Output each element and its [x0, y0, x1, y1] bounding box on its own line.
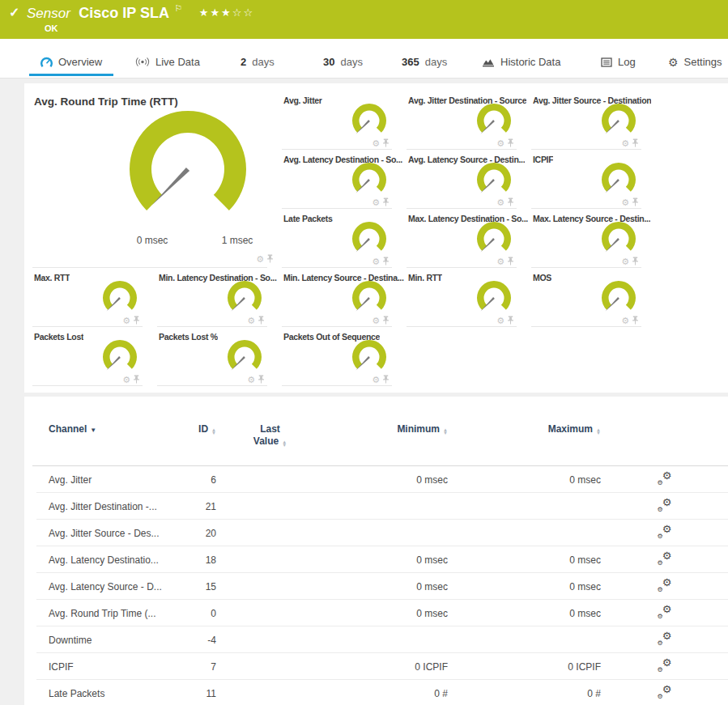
live-signal-icon	[135, 57, 150, 67]
pin-icon[interactable]	[382, 197, 390, 206]
edit-channel-icon[interactable]: ⚙⚙	[658, 525, 672, 538]
gauge-settings-icon[interactable]: ⚙	[621, 257, 629, 265]
cell-maximum: 0 msec	[448, 474, 601, 486]
pin-icon[interactable]	[258, 316, 265, 325]
gauge	[471, 219, 517, 257]
sensor-page: ✓ Sensor Cisco IP SLA ⚐ ★★★☆☆ OK Overvie…	[0, 0, 728, 705]
pin-icon[interactable]	[507, 197, 514, 206]
gauge-settings-icon[interactable]: ⚙	[256, 255, 264, 263]
gauge	[347, 278, 392, 316]
cell-channel: Avg. Latency Destinatio...	[24, 554, 166, 566]
cell-maximum: 0 msec	[448, 554, 601, 566]
gauge-title: Max. RTT	[34, 273, 70, 282]
gauge	[347, 160, 392, 197]
gauge	[97, 278, 143, 316]
tab-settings[interactable]: ⚙ Settings	[665, 50, 726, 76]
pin-icon[interactable]	[632, 138, 639, 147]
tab-30-days-number: 30	[323, 56, 334, 68]
gauge	[107, 100, 269, 237]
tab-live-data-label: Live Data	[155, 56, 200, 68]
gauge-settings-icon[interactable]: ⚙	[372, 316, 380, 325]
cell-id: 21	[166, 501, 216, 512]
tab-live-data[interactable]: Live Data	[132, 50, 203, 76]
pin-icon[interactable]	[632, 257, 639, 265]
pin-icon[interactable]	[266, 254, 274, 263]
tab-historic-data[interactable]: Historic Data	[479, 50, 564, 76]
gauge-settings-icon[interactable]: ⚙	[372, 139, 380, 147]
column-header-last-value[interactable]: Last Value▲▼	[216, 423, 324, 448]
gauge-title: Late Packets	[283, 214, 333, 223]
pin-icon[interactable]	[133, 375, 140, 384]
gauge-settings-icon[interactable]: ⚙	[621, 316, 629, 325]
gauge-settings-icon[interactable]: ⚙	[372, 198, 380, 206]
gauge-settings-icon[interactable]: ⚙	[247, 316, 255, 325]
tab-2-days[interactable]: 2 days	[237, 50, 278, 76]
settings-gear-icon: ⚙	[668, 56, 679, 69]
pin-icon[interactable]	[133, 316, 140, 325]
pin-icon[interactable]	[507, 316, 514, 325]
gauge-settings-icon[interactable]: ⚙	[496, 139, 504, 147]
gauge-settings-icon[interactable]: ⚙	[122, 376, 130, 384]
ok-check-icon: ✓	[9, 5, 19, 20]
edit-channel-icon[interactable]: ⚙⚙	[658, 472, 672, 485]
gauge-settings-icon[interactable]: ⚙	[122, 316, 130, 325]
gauge-settings-icon[interactable]: ⚙	[621, 198, 629, 206]
pin-icon[interactable]	[507, 138, 514, 147]
edit-channel-icon[interactable]: ⚙⚙	[658, 659, 672, 672]
gauge-panel-main: Avg. Round Trip Time (RTT) 0 msec 1 msec…	[32, 91, 282, 268]
priority-stars[interactable]: ★★★☆☆	[199, 6, 254, 19]
table-row: Late Packets 11 0 # 0 # ⚙⚙	[24, 680, 728, 705]
gauge-settings-icon[interactable]: ⚙	[372, 257, 380, 265]
edit-channel-icon[interactable]: ⚙⚙	[658, 632, 672, 645]
edit-channel-icon[interactable]: ⚙⚙	[658, 499, 672, 512]
object-kind-label: Sensor	[27, 6, 70, 21]
gauge-panel: Max. RTT ⚙	[32, 268, 157, 327]
pin-icon[interactable]	[632, 316, 639, 325]
gauge	[596, 101, 641, 138]
gauge-settings-icon[interactable]: ⚙	[247, 376, 255, 384]
gauge-title: Packets Lost	[34, 332, 83, 342]
column-header-minimum[interactable]: Minimum▲▼	[324, 423, 448, 435]
column-header-id[interactable]: ID▲▼	[166, 423, 216, 435]
gauge-settings-icon[interactable]: ⚙	[496, 198, 504, 206]
pin-icon[interactable]	[632, 197, 639, 206]
gauge-settings-icon[interactable]: ⚙	[621, 139, 629, 147]
pin-icon[interactable]	[382, 257, 390, 265]
gauge	[596, 160, 641, 197]
gauge-settings-icon[interactable]: ⚙	[372, 376, 380, 384]
gauge	[347, 101, 392, 138]
edit-channel-icon[interactable]: ⚙⚙	[658, 579, 672, 592]
pin-icon[interactable]	[507, 257, 514, 265]
pin-icon[interactable]	[382, 138, 390, 147]
cell-minimum: 0 msec	[324, 554, 448, 566]
gauge-panel: Max. Latency Source - Destin... ⚙	[531, 209, 656, 268]
table-row: Avg. Latency Destinatio... 18 0 msec 0 m…	[24, 546, 728, 573]
pin-icon[interactable]	[258, 375, 265, 384]
edit-channel-icon[interactable]: ⚙⚙	[658, 552, 672, 565]
gauge-settings-icon[interactable]: ⚙	[496, 316, 504, 325]
historic-chart-icon	[482, 57, 495, 67]
channel-table-body: Avg. Jitter 6 0 msec 0 msec ⚙⚙ Avg. Jitt…	[24, 466, 728, 705]
tab-overview[interactable]: Overview	[29, 50, 113, 76]
cell-maximum: 0 #	[448, 688, 601, 699]
tab-30-days[interactable]: 30 days	[320, 50, 366, 76]
cell-id: 18	[166, 554, 216, 566]
gauge-panel: Min. Latency Source - Destina... ⚙	[282, 268, 407, 327]
table-row: Avg. Jitter Source - Des... 20 ⚙⚙	[24, 520, 728, 546]
pin-icon[interactable]	[382, 316, 390, 325]
gauge-title: Min. RTT	[408, 273, 442, 282]
table-row: Downtime -4 ⚙⚙	[24, 626, 728, 653]
gauge-settings-icon[interactable]: ⚙	[496, 257, 504, 265]
pin-icon[interactable]	[382, 375, 390, 384]
cell-channel: ICPIF	[24, 661, 166, 673]
edit-channel-icon[interactable]: ⚙⚙	[658, 605, 672, 618]
column-header-maximum[interactable]: Maximum▲▼	[448, 423, 601, 435]
tab-365-days[interactable]: 365 days	[398, 50, 450, 76]
tab-log[interactable]: Log	[598, 50, 639, 76]
cell-id: 11	[166, 688, 216, 699]
gauge	[471, 160, 517, 197]
column-header-channel[interactable]: Channel▼	[24, 423, 166, 435]
flag-icon[interactable]: ⚐	[174, 3, 182, 13]
edit-channel-icon[interactable]: ⚙⚙	[658, 686, 672, 699]
gauge-panel: Late Packets ⚙	[282, 209, 407, 268]
